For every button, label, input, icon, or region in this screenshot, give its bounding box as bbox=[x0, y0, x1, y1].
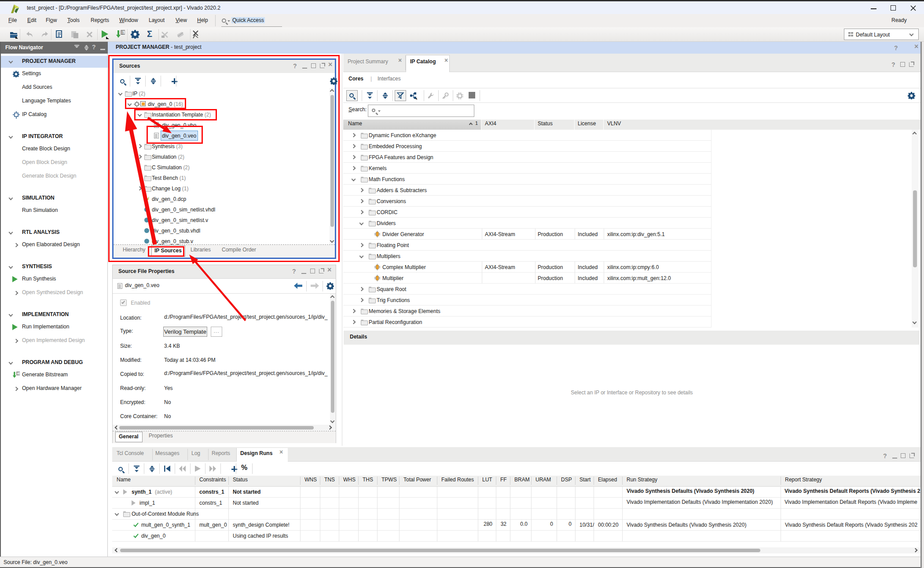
svg-text:10: 10 bbox=[17, 374, 19, 375]
svg-text:10: 10 bbox=[121, 33, 124, 35]
